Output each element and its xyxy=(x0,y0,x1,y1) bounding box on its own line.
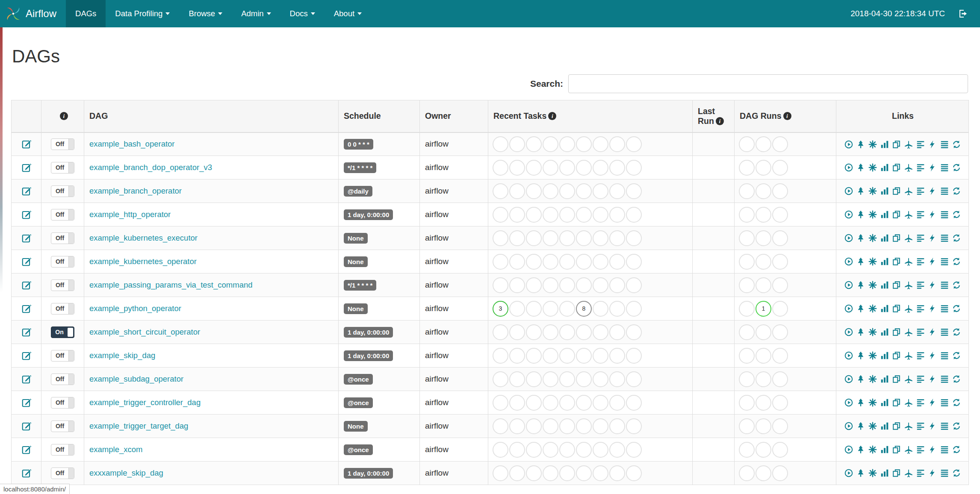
dag-name-link[interactable]: example_branch_operator xyxy=(89,186,182,195)
trigger-dag-icon[interactable] xyxy=(844,257,853,266)
graph-view-icon[interactable] xyxy=(868,186,877,196)
refresh-icon[interactable] xyxy=(952,445,961,454)
task-tries-icon[interactable] xyxy=(892,421,901,431)
landing-times-icon[interactable] xyxy=(904,233,913,243)
edit-dag-icon[interactable] xyxy=(21,232,32,244)
task-duration-icon[interactable] xyxy=(880,210,889,219)
graph-view-icon[interactable] xyxy=(868,327,877,337)
logout-icon[interactable] xyxy=(958,9,968,19)
task-duration-icon[interactable] xyxy=(880,445,889,454)
task-duration-icon[interactable] xyxy=(880,233,889,243)
dag-pause-toggle[interactable]: Off xyxy=(51,232,74,244)
gantt-icon[interactable] xyxy=(916,421,925,431)
gantt-icon[interactable] xyxy=(916,233,925,243)
tree-view-icon[interactable] xyxy=(856,468,865,478)
trigger-dag-icon[interactable] xyxy=(844,421,853,431)
gantt-icon[interactable] xyxy=(916,280,925,290)
refresh-icon[interactable] xyxy=(952,233,961,243)
trigger-dag-icon[interactable] xyxy=(844,374,853,384)
graph-view-icon[interactable] xyxy=(868,398,877,407)
nav-item-about[interactable]: About xyxy=(325,0,371,27)
logs-icon[interactable] xyxy=(940,421,949,431)
code-view-icon[interactable] xyxy=(928,186,937,196)
task-tries-icon[interactable] xyxy=(892,210,901,219)
graph-view-icon[interactable] xyxy=(868,163,877,172)
dag-name-link[interactable]: example_short_circuit_operator xyxy=(89,327,200,336)
edit-dag-icon[interactable] xyxy=(21,279,32,291)
graph-view-icon[interactable] xyxy=(868,374,877,384)
code-view-icon[interactable] xyxy=(928,233,937,243)
graph-view-icon[interactable] xyxy=(868,233,877,243)
tree-view-icon[interactable] xyxy=(856,351,865,360)
logs-icon[interactable] xyxy=(940,398,949,407)
refresh-icon[interactable] xyxy=(952,468,961,478)
task-status-circle[interactable]: 8 xyxy=(576,301,592,317)
tree-view-icon[interactable] xyxy=(856,210,865,219)
task-duration-icon[interactable] xyxy=(880,257,889,266)
code-view-icon[interactable] xyxy=(928,163,937,172)
landing-times-icon[interactable] xyxy=(904,374,913,384)
nav-item-data-profiling[interactable]: Data Profiling xyxy=(106,0,179,27)
refresh-icon[interactable] xyxy=(952,351,961,360)
trigger-dag-icon[interactable] xyxy=(844,398,853,407)
edit-dag-icon[interactable] xyxy=(21,350,32,361)
task-tries-icon[interactable] xyxy=(892,280,901,290)
edit-dag-icon[interactable] xyxy=(21,373,32,385)
dag-name-link[interactable]: example_kubernetes_executor xyxy=(89,233,198,242)
logs-icon[interactable] xyxy=(940,445,949,454)
task-tries-icon[interactable] xyxy=(892,351,901,360)
task-duration-icon[interactable] xyxy=(880,140,889,149)
edit-dag-icon[interactable] xyxy=(21,185,32,197)
trigger-dag-icon[interactable] xyxy=(844,445,853,454)
code-view-icon[interactable] xyxy=(928,140,937,149)
dag-pause-toggle[interactable]: Off xyxy=(51,279,74,291)
landing-times-icon[interactable] xyxy=(904,398,913,407)
tree-view-icon[interactable] xyxy=(856,186,865,196)
dag-pause-toggle[interactable]: Off xyxy=(51,373,74,385)
landing-times-icon[interactable] xyxy=(904,445,913,454)
task-duration-icon[interactable] xyxy=(880,280,889,290)
task-tries-icon[interactable] xyxy=(892,398,901,407)
refresh-icon[interactable] xyxy=(952,140,961,149)
gantt-icon[interactable] xyxy=(916,351,925,360)
logs-icon[interactable] xyxy=(940,468,949,478)
nav-item-dags[interactable]: DAGs xyxy=(66,0,106,27)
nav-item-browse[interactable]: Browse xyxy=(179,0,232,27)
dag-pause-toggle[interactable]: Off xyxy=(51,209,74,221)
code-view-icon[interactable] xyxy=(928,257,937,266)
gantt-icon[interactable] xyxy=(916,468,925,478)
refresh-icon[interactable] xyxy=(952,186,961,196)
dag-name-link[interactable]: example_branch_dop_operator_v3 xyxy=(89,163,212,172)
tree-view-icon[interactable] xyxy=(856,140,865,149)
dag-pause-toggle[interactable]: Off xyxy=(51,468,74,479)
trigger-dag-icon[interactable] xyxy=(844,186,853,196)
refresh-icon[interactable] xyxy=(952,280,961,290)
task-duration-icon[interactable] xyxy=(880,327,889,337)
dag-pause-toggle[interactable]: Off xyxy=(51,162,74,173)
tree-view-icon[interactable] xyxy=(856,280,865,290)
refresh-icon[interactable] xyxy=(952,421,961,431)
code-view-icon[interactable] xyxy=(928,327,937,337)
gantt-icon[interactable] xyxy=(916,445,925,454)
graph-view-icon[interactable] xyxy=(868,210,877,219)
landing-times-icon[interactable] xyxy=(904,304,913,313)
logs-icon[interactable] xyxy=(940,233,949,243)
code-view-icon[interactable] xyxy=(928,210,937,219)
edit-dag-icon[interactable] xyxy=(21,444,32,455)
gantt-icon[interactable] xyxy=(916,327,925,337)
task-duration-icon[interactable] xyxy=(880,163,889,172)
gantt-icon[interactable] xyxy=(916,210,925,219)
refresh-icon[interactable] xyxy=(952,398,961,407)
landing-times-icon[interactable] xyxy=(904,468,913,478)
dag-name-link[interactable]: example_http_operator xyxy=(89,210,171,219)
dag-pause-toggle[interactable]: On xyxy=(51,326,74,338)
dag-pause-toggle[interactable]: Off xyxy=(51,303,74,315)
task-duration-icon[interactable] xyxy=(880,421,889,431)
logs-icon[interactable] xyxy=(940,186,949,196)
tree-view-icon[interactable] xyxy=(856,257,865,266)
code-view-icon[interactable] xyxy=(928,304,937,313)
dag-name-link[interactable]: example_trigger_controller_dag xyxy=(89,398,201,407)
task-duration-icon[interactable] xyxy=(880,186,889,196)
trigger-dag-icon[interactable] xyxy=(844,233,853,243)
dag-pause-toggle[interactable]: Off xyxy=(51,420,74,432)
